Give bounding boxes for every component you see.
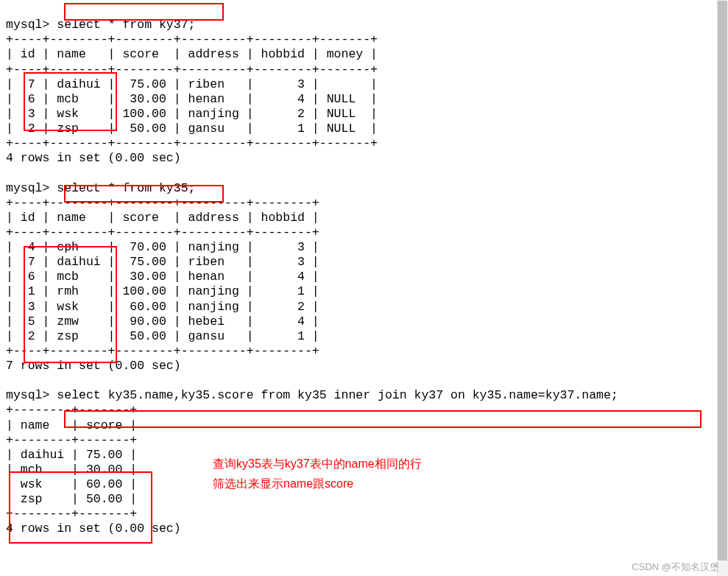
scrollbar-thumb[interactable] <box>718 1 727 561</box>
table-header: | id | name | score | address | hobbid | <box>6 211 319 225</box>
mysql-prompt[interactable]: mysql> <box>6 181 49 195</box>
table-row: | 6 | mcb | 30.00 | henan | 4 | <box>6 270 319 284</box>
table-row: | daihui | 75.00 | <box>6 448 137 462</box>
sql-query-1: select * from ky37; <box>57 18 195 32</box>
result-footer: 7 rows in set (0.00 sec) <box>6 359 181 373</box>
table-row: | 5 | zmw | 90.00 | hebei | 4 | <box>6 315 319 329</box>
table-row: | 2 | zsp | 50.00 | gansu | 1 | <box>6 329 319 343</box>
separator: +--------+-------+ <box>6 507 137 521</box>
table-row: | 3 | wsk | 100.00 | nanjing | 2 | NULL … <box>6 107 378 121</box>
separator: +--------+-------+ <box>6 433 137 447</box>
table-row: | 4 | cph | 70.00 | nanjing | 3 | <box>6 240 319 254</box>
sql-query-2: select * from ky35; <box>57 181 195 195</box>
watermark: CSDN @不知名汉堡 <box>632 561 719 573</box>
scrollbar-track[interactable] <box>717 0 728 576</box>
table-row: | 6 | mcb | 30.00 | henan | 4 | NULL | <box>6 92 378 106</box>
table-row: | 2 | zsp | 50.00 | gansu | 1 | NULL | <box>6 122 378 136</box>
separator: +----+--------+--------+---------+------… <box>6 225 319 239</box>
table-row: | 1 | rmh | 100.00 | nanjing | 1 | <box>6 284 319 298</box>
table-row: | 7 | daihui | 75.00 | riben | 3 | <box>6 255 319 269</box>
separator: +----+--------+--------+---------+------… <box>6 63 378 77</box>
table-row: | 7 | daihui | 75.00 | riben | 3 | | <box>6 77 378 91</box>
separator: +----+--------+--------+---------+------… <box>6 32 378 46</box>
result-footer: 4 rows in set (0.00 sec) <box>6 521 181 535</box>
table-header: | name | score | <box>6 418 137 432</box>
table-row: | mcb | 30.00 | <box>6 463 137 477</box>
mysql-prompt[interactable]: mysql> <box>6 388 49 402</box>
separator: +----+--------+--------+---------+------… <box>6 136 378 150</box>
annotation-line-2: 筛选出来显示name跟score <box>213 474 422 494</box>
annotation-text: 查询ky35表与ky37表中的name相同的行 筛选出来显示name跟score <box>213 454 422 494</box>
result-footer: 4 rows in set (0.00 sec) <box>6 151 181 165</box>
mysql-prompt[interactable]: mysql> <box>6 18 49 32</box>
separator: +----+--------+--------+---------+------… <box>6 196 319 210</box>
table-row: | 3 | wsk | 60.00 | nanjing | 2 | <box>6 300 319 314</box>
table-header: | id | name | score | address | hobbid |… <box>6 47 378 61</box>
table-row: | zsp | 50.00 | <box>6 492 137 506</box>
separator: +----+--------+--------+---------+------… <box>6 344 319 358</box>
sql-query-3: select ky35.name,ky35.score from ky35 in… <box>57 388 618 402</box>
table-row: | wsk | 60.00 | <box>6 477 137 491</box>
annotation-line-1: 查询ky35表与ky37表中的name相同的行 <box>213 454 422 474</box>
separator: +--------+-------+ <box>6 403 137 417</box>
